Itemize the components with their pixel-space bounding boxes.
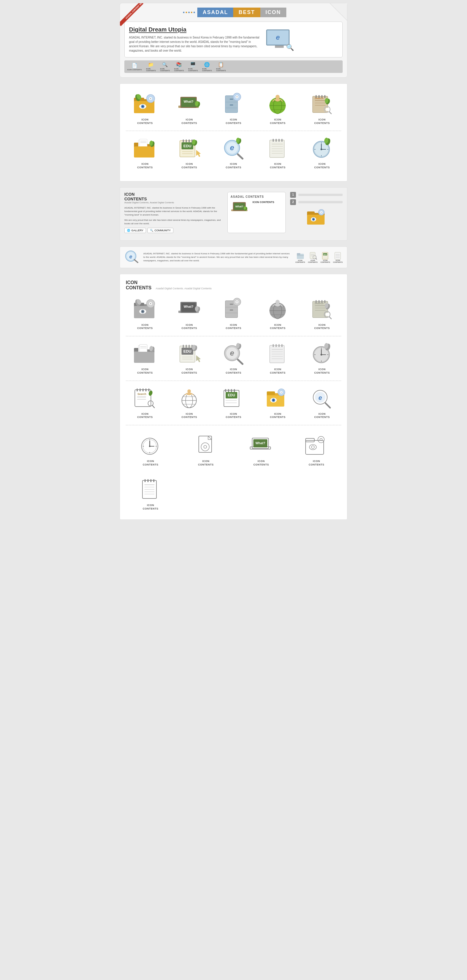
icon-visual: [220, 92, 247, 116]
mini-section: e ASADAL INTERNET, INC. started its busi…: [120, 247, 347, 268]
icon-label: ICONCONTENTS: [160, 68, 170, 72]
svg-point-298: [309, 444, 316, 450]
svg-marker-69: [196, 150, 201, 157]
icon-label: ICONCONTENTS: [198, 460, 214, 466]
svg-line-47: [329, 112, 331, 114]
title-asadal: ASADAL: [197, 8, 233, 17]
icon-img: 🔍: [162, 62, 168, 67]
svg-point-5: [150, 98, 151, 99]
svg-rect-190: [140, 344, 147, 353]
svg-rect-62: [186, 139, 187, 142]
svg-rect-219: [279, 344, 280, 347]
icon-visual: What?: [248, 434, 274, 457]
community-label: COMMUNITY: [155, 229, 171, 232]
icon-visual: [303, 434, 330, 457]
icon-cell-gray: ICONCONTENTS: [126, 295, 164, 333]
icon-label: ICONCONTENTS: [226, 162, 241, 169]
icon-label: ICONCONTENTS: [226, 323, 241, 330]
icon-item: 📁 ICONCONTENTS: [146, 62, 156, 72]
svg-rect-43: [324, 95, 325, 98]
heading-sub: Asadal Digital Contents. Asadal Digital …: [156, 287, 212, 290]
colored-icons-section: ICONCONTENTS What?: [120, 83, 347, 181]
svg-point-97: [320, 148, 322, 150]
svg-text:EDU: EDU: [183, 349, 191, 353]
icon-item: 📋 ICONCONTENTS: [216, 62, 226, 72]
community-btn[interactable]: 🔍 COMMUNITY: [147, 228, 174, 233]
icon-visual: [265, 342, 291, 366]
icon-visual: e: [220, 137, 247, 160]
icon-label: ICONCONTENTS: [270, 412, 286, 419]
icon-label: ICONCONTENTS: [216, 68, 226, 72]
monitor-screen: e: [266, 29, 290, 46]
icon-label: ICONCONTENTS: [253, 460, 269, 466]
icon-label: ICONCONTENTS: [182, 118, 197, 125]
num-badge-1: 1: [290, 192, 296, 198]
header-section: ASADAL BEST ICON Digital Dream Utopia AS…: [120, 3, 347, 78]
icon-label: ICONCONTENTS: [137, 368, 153, 374]
svg-rect-53: [140, 139, 147, 147]
svg-text:What?: What?: [235, 205, 244, 208]
icon-item: ICONCONTENTS: [333, 251, 343, 263]
svg-rect-242: [148, 388, 150, 391]
svg-line-75: [238, 154, 242, 159]
svg-rect-107: [307, 212, 315, 215]
icon-visual: Search: [309, 298, 335, 321]
svg-rect-261: [231, 389, 232, 392]
icon-cell-gray: ICONCONTENTS: [303, 339, 341, 377]
svg-text:What?: What?: [183, 305, 193, 308]
intro-title: Digital Dream Utopia: [129, 26, 260, 33]
svg-rect-63: [188, 139, 190, 142]
svg-rect-200: [188, 345, 190, 348]
dot: [193, 12, 195, 13]
svg-point-255: [187, 392, 191, 395]
svg-point-291: [204, 445, 207, 448]
svg-point-162: [236, 301, 237, 302]
svg-point-32: [275, 98, 280, 102]
icon-item: EDU ICONCONTENTS: [320, 251, 330, 263]
svg-point-10: [142, 106, 143, 107]
svg-text:e: e: [230, 143, 234, 152]
intro-image: e 🔍: [265, 26, 294, 53]
svg-text:e: e: [230, 348, 234, 357]
svg-rect-22: [230, 104, 233, 106]
dot: [186, 12, 187, 13]
icon-label: ICONCONTENTS: [182, 368, 197, 374]
icon-cell: Search ICONCONTENTS: [303, 89, 341, 128]
icon-visual: [137, 434, 164, 457]
icon-cell: ICONCONTENTS: [303, 134, 341, 172]
icon-item: 🔍 ICONCONTENTS: [160, 62, 170, 72]
ribbon-corner: [120, 3, 143, 27]
svg-marker-206: [196, 355, 201, 362]
svg-rect-56: [134, 146, 155, 158]
svg-rect-306: [153, 479, 155, 482]
gray-icon-row-1: ICONCONTENTS What? ICONCONTENTS: [126, 295, 341, 333]
icon-visual: [220, 298, 247, 321]
page: ASADAL BEST ICON Digital Dream Utopia AS…: [117, 0, 350, 528]
icon-label: ICONCONTENTS: [174, 68, 184, 72]
icon-visual: [193, 434, 219, 457]
svg-point-25: [236, 96, 237, 97]
svg-line-212: [238, 360, 242, 364]
outline-last-row: ICONCONTENTS: [126, 475, 341, 513]
svg-rect-305: [150, 479, 151, 482]
icon-visual: e: [309, 387, 335, 410]
icon-label: ICONCONTENTS: [314, 162, 330, 169]
svg-point-300: [318, 436, 324, 443]
icon-label: ICONCONTENTS: [314, 118, 330, 125]
num-line-2: [298, 201, 343, 203]
asadal-contents-heading: ASADAL CONTENTS: [231, 195, 282, 198]
svg-rect-239: [140, 388, 141, 391]
icon-img: 📚: [176, 62, 182, 67]
svg-line-247: [152, 406, 155, 408]
gallery-btn[interactable]: 🌐 GALLERY: [124, 228, 146, 233]
icon-cell-outline: ICONCONTENTS: [258, 384, 297, 422]
svg-text:What?: What?: [255, 441, 265, 445]
section-body2: We are very proud that our site has been…: [124, 218, 223, 226]
inner-label: ICON CONTENTS: [252, 200, 274, 204]
svg-line-279: [325, 403, 330, 408]
outline-row-1: Search ICONCONTENTS: [126, 384, 341, 422]
svg-point-183: [325, 313, 329, 316]
svg-rect-241: [145, 388, 147, 391]
icon-cell-gray: e ICONCONTENTS: [214, 339, 253, 377]
mixed-center-panel: ASADAL CONTENTS What?: [227, 192, 286, 233]
